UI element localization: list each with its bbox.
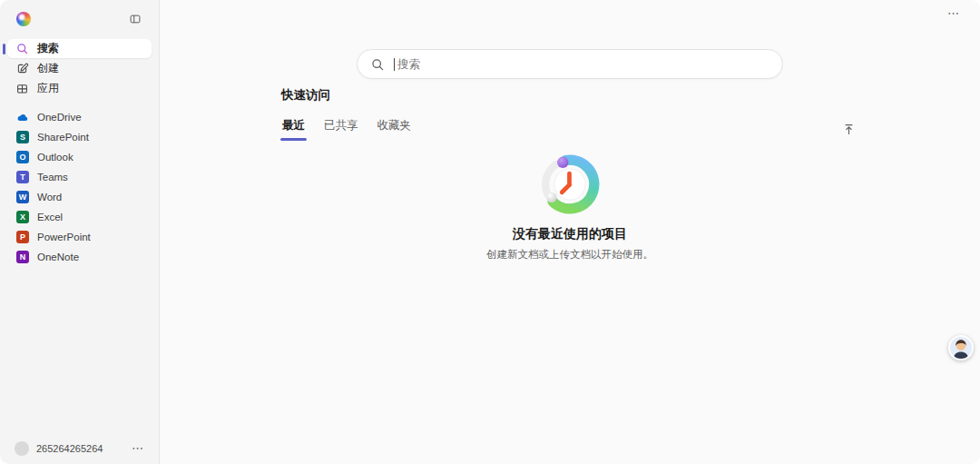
onedrive-icon [16, 111, 29, 123]
app-label: Outlook [37, 152, 74, 163]
app-label: Teams [37, 172, 68, 183]
tab-2[interactable]: 收藏夹 [377, 118, 413, 141]
app-label: OneDrive [37, 112, 82, 123]
account-avatar [15, 441, 29, 456]
sidebar-item-teams[interactable]: TTeams [0, 167, 159, 187]
main-more-icon[interactable]: ⋯ [947, 8, 960, 19]
onenote-icon: N [16, 251, 29, 263]
excel-icon: X [16, 211, 29, 223]
app-label: Word [37, 192, 62, 202]
empty-state-title: 没有最近使用的项目 [513, 226, 627, 242]
sidebar-app-list: OneDriveSSharePointOOutlookTTeamsWWordXE… [0, 107, 159, 267]
outlook-icon: O [16, 151, 29, 163]
copilot-logo-icon[interactable] [16, 12, 31, 26]
panel-toggle-icon [129, 13, 142, 25]
sidebar-collapse-button[interactable] [126, 10, 144, 28]
sidebar-item-outlook[interactable]: OOutlook [0, 147, 159, 167]
sidebar-header [0, 0, 159, 34]
sidebar-item-powerpoint[interactable]: PPowerPoint [0, 227, 159, 247]
account-row[interactable]: 265264265264 ⋯ [0, 441, 159, 456]
tab-0[interactable]: 最近 [281, 118, 306, 141]
sidebar-item-search[interactable]: 搜索 [7, 39, 152, 58]
sidebar-item-create[interactable]: 创建 [7, 59, 152, 78]
compose-icon [15, 62, 29, 75]
teams-icon: T [16, 171, 29, 183]
app-label: PowerPoint [37, 232, 91, 242]
app-label: Excel [37, 212, 63, 222]
powerpoint-icon: P [16, 231, 29, 243]
sidebar-item-label: 应用 [37, 81, 59, 96]
app-label: SharePoint [37, 132, 89, 143]
account-name: 265264265264 [36, 443, 103, 454]
main-area: ⋯ 快速访问 最近已共享收藏夹 [160, 0, 980, 464]
sidebar-item-onenote[interactable]: NOneNote [0, 247, 159, 267]
search-input[interactable] [396, 57, 769, 72]
app-label: OneNote [37, 252, 79, 262]
sidebar-item-sharepoint[interactable]: SSharePoint [0, 127, 159, 147]
apps-grid-icon [15, 82, 29, 95]
sidebar-item-word[interactable]: WWord [0, 187, 159, 207]
search-icon [15, 42, 29, 55]
sidebar-item-label: 搜索 [37, 41, 59, 56]
account-more-icon[interactable]: ⋯ [132, 444, 144, 453]
sidebar-item-label: 创建 [37, 61, 59, 76]
m365-app-window: 搜索 创建 应用 OneDriveSSharePointOOutlookTTea… [0, 0, 980, 464]
empty-state-subtitle: 创建新文档或上传文档以开始使用。 [486, 248, 653, 262]
upload-button[interactable] [838, 120, 858, 140]
sidebar: 搜索 创建 应用 OneDriveSSharePointOOutlookTTea… [0, 0, 160, 464]
word-icon: W [16, 191, 29, 203]
main-search-bar[interactable] [357, 49, 783, 79]
sidebar-item-onedrive[interactable]: OneDrive [0, 107, 159, 127]
tab-1[interactable]: 已共享 [323, 118, 359, 141]
section-title: 快速访问 [281, 87, 858, 104]
sidebar-item-apps[interactable]: 应用 [7, 79, 152, 98]
quick-access-section: 快速访问 最近已共享收藏夹 [281, 87, 858, 262]
sharepoint-icon: S [16, 131, 29, 143]
search-icon [370, 57, 385, 72]
sidebar-nav: 搜索 创建 应用 [0, 39, 159, 98]
sidebar-item-excel[interactable]: XExcel [0, 207, 159, 227]
user-avatar[interactable] [948, 335, 974, 360]
clock-illustration [540, 154, 600, 214]
text-caret [394, 58, 395, 71]
empty-state: 没有最近使用的项目 创建新文档或上传文档以开始使用。 [281, 154, 858, 262]
tabs-row: 最近已共享收藏夹 [281, 118, 858, 142]
arrow-upload-icon [842, 123, 856, 136]
